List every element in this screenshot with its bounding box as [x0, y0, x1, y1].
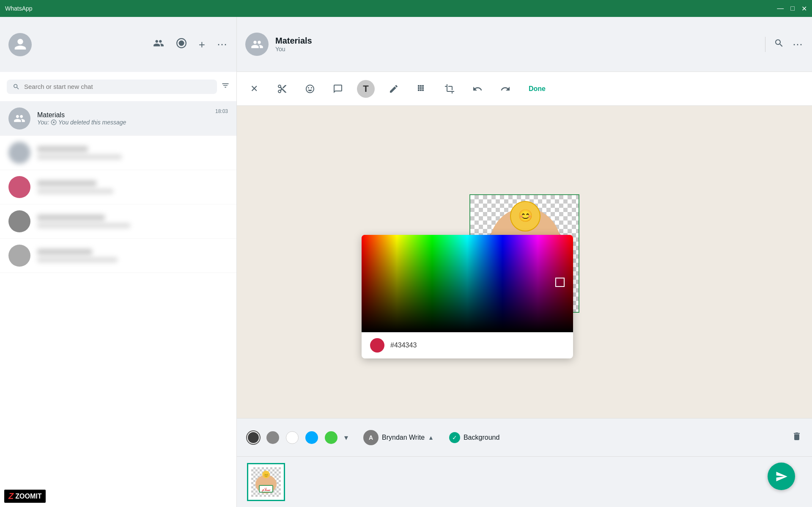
send-button[interactable] — [768, 463, 795, 490]
editor-toolbar: ✕ T — [237, 72, 812, 106]
chat-info-blurred-1 — [37, 146, 228, 160]
right-header: Materials You ⋯ — [237, 17, 812, 72]
app-title: WhatsApp — [5, 5, 33, 12]
zoomit-watermark: Z ZOOMIT — [4, 490, 46, 503]
color-picker-popup[interactable]: #434343 — [362, 235, 573, 358]
search-bar — [0, 72, 236, 102]
chat-item-blurred-1[interactable] — [0, 136, 236, 170]
window-controls: — □ ✕ — [777, 5, 807, 13]
chat-info-materials: Materials You: You deleted this message — [37, 111, 208, 126]
thumbnail-strip: 😊 سلام — [237, 456, 812, 507]
status-icon[interactable] — [176, 38, 187, 51]
svg-text:😊: 😊 — [263, 472, 269, 478]
chat-item-blurred-2[interactable] — [0, 170, 236, 204]
search-icon — [13, 83, 20, 91]
pen-button[interactable] — [385, 80, 403, 98]
bottom-toolbar: ▾ A Bryndan Write ▲ ✓ Background — [237, 418, 812, 456]
color-dot-white[interactable] — [286, 431, 299, 444]
zoomit-label: ZOOMIT — [15, 493, 41, 500]
svg-point-1 — [179, 41, 184, 46]
chat-list: Materials You: You deleted this message … — [0, 102, 236, 507]
emoji-button[interactable] — [301, 80, 319, 98]
new-chat-icon[interactable]: + — [199, 38, 205, 51]
send-icon — [775, 470, 788, 483]
chat-preview-prefix: You: — [37, 119, 49, 126]
chat-info-blurred-2 — [37, 180, 228, 194]
close-editor-button[interactable]: ✕ — [245, 80, 263, 98]
redo-button[interactable] — [497, 80, 514, 98]
sticker-button[interactable] — [329, 80, 347, 98]
search-wrapper[interactable] — [7, 80, 217, 94]
chat-info-blurred-3 — [37, 215, 228, 228]
chat-item-blurred-3[interactable] — [0, 204, 236, 239]
svg-text:سلام: سلام — [262, 487, 270, 492]
close-button[interactable]: ✕ — [801, 5, 807, 13]
chat-name-materials: Materials — [37, 111, 208, 119]
right-header-info: Materials You — [275, 36, 758, 52]
chat-preview-text: You deleted this message — [58, 119, 126, 126]
color-cursor[interactable] — [555, 278, 565, 287]
font-name-label: Bryndan Write — [382, 434, 425, 441]
right-panel: Materials You ⋯ ✕ T — [237, 17, 812, 507]
menu-icon[interactable]: ⋯ — [217, 39, 228, 50]
thumb-inner-1: 😊 سلام — [251, 467, 281, 497]
color-swatch — [370, 338, 384, 353]
search-chat-icon[interactable] — [774, 38, 784, 51]
maximize-button[interactable]: □ — [790, 5, 795, 12]
color-gradient[interactable] — [362, 235, 573, 332]
header-divider — [765, 37, 765, 52]
communities-icon[interactable] — [153, 38, 164, 51]
chat-avatar-materials — [8, 107, 30, 130]
search-input[interactable] — [24, 83, 211, 90]
titlebar: WhatsApp — □ ✕ — [0, 0, 812, 17]
font-avatar: A — [363, 430, 379, 445]
zoomit-z: Z — [8, 491, 14, 501]
left-panel: + ⋯ Materials — [0, 17, 237, 507]
color-dot-gray[interactable] — [266, 431, 279, 444]
undo-button[interactable] — [469, 80, 486, 98]
text-button[interactable]: T — [357, 80, 375, 98]
chat-preview-materials: You: You deleted this message — [37, 119, 208, 126]
scissors-button[interactable] — [273, 80, 291, 98]
chat-item-materials[interactable]: Materials You: You deleted this message … — [0, 102, 236, 136]
chat-avatar-blurred-1 — [8, 142, 30, 164]
user-avatar[interactable] — [8, 33, 32, 56]
mosaic-button[interactable] — [413, 80, 431, 98]
done-button[interactable]: Done — [524, 80, 550, 98]
font-chevron-icon: ▲ — [428, 434, 434, 441]
delete-button[interactable] — [792, 431, 802, 444]
chat-info-blurred-4 — [37, 249, 228, 262]
crop-button[interactable] — [441, 80, 458, 98]
background-check-icon: ✓ — [449, 432, 460, 443]
svg-text:😊: 😊 — [518, 209, 533, 223]
chat-avatar-blurred-3 — [8, 210, 30, 232]
right-chat-name: Materials — [275, 36, 758, 46]
chat-item-blurred-4[interactable] — [0, 239, 236, 273]
left-header: + ⋯ — [0, 17, 236, 72]
right-chat-avatar[interactable] — [245, 33, 269, 56]
color-picker-bottom: #434343 — [362, 332, 573, 358]
editor-content: 😊 سلام #434343 — [237, 106, 812, 418]
left-header-icons: + ⋯ — [153, 38, 228, 51]
minimize-button[interactable]: — — [777, 5, 784, 12]
color-dot-green[interactable] — [325, 431, 337, 444]
color-dot-blue[interactable] — [305, 431, 318, 444]
app-container: + ⋯ Materials — [0, 0, 812, 507]
right-header-actions: ⋯ — [765, 37, 804, 52]
color-hex-value[interactable]: #434343 — [390, 342, 417, 349]
chat-avatar-blurred-2 — [8, 176, 30, 198]
right-more-icon[interactable]: ⋯ — [793, 39, 804, 50]
chat-time-materials: 18:03 — [215, 107, 228, 114]
color-dot-dark[interactable] — [247, 431, 260, 444]
font-selector[interactable]: A Bryndan Write ▲ — [363, 430, 434, 445]
filter-icon[interactable] — [221, 81, 230, 92]
thumbnail-1[interactable]: 😊 سلام — [247, 463, 285, 501]
background-label: Background — [464, 434, 499, 441]
right-chat-status: You — [275, 46, 758, 52]
background-toggle[interactable]: ✓ Background — [449, 432, 499, 443]
color-dropdown-button[interactable]: ▾ — [344, 433, 348, 442]
chat-avatar-blurred-4 — [8, 245, 30, 267]
